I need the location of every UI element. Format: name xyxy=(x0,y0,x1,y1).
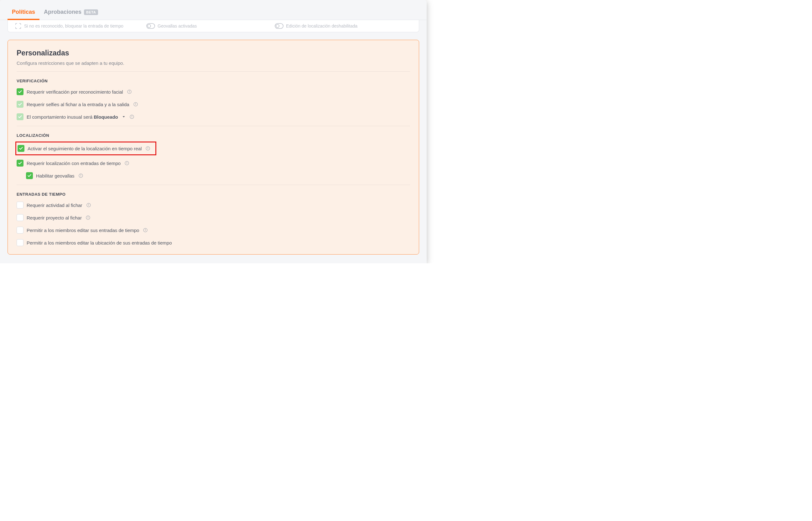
check-icon xyxy=(18,115,22,119)
option-selfies-label: Requerir selfies al fichar a la entrada … xyxy=(27,102,129,107)
panel-subtitle: Configura restricciones que se adapten a… xyxy=(17,61,410,66)
check-icon xyxy=(18,90,22,94)
svg-point-9 xyxy=(135,103,136,104)
summary-item-geofence: Geovallas activadas xyxy=(146,23,275,29)
svg-point-18 xyxy=(127,162,127,162)
info-icon[interactable] xyxy=(133,102,138,107)
summary-item-recognition: Si no es reconocido, bloquear la entrada… xyxy=(15,23,146,29)
checkbox-require-location[interactable] xyxy=(17,160,23,166)
divider xyxy=(17,126,410,126)
summary-card: Si no es reconocido, bloquear la entrada… xyxy=(7,20,419,32)
section-location-label: LOCALIZACIÓN xyxy=(17,133,410,138)
option-require-project-label: Requerir proyecto al fichar xyxy=(27,215,82,221)
checkbox-edit-entries[interactable] xyxy=(17,227,23,233)
page-bottom-padding xyxy=(0,254,427,263)
option-edit-entries-label: Permitir a los miembros editar sus entra… xyxy=(27,228,139,233)
check-icon xyxy=(18,102,22,107)
checkbox-realtime-tracking[interactable] xyxy=(18,145,24,152)
behavior-text-bold: Bloqueado xyxy=(94,114,118,120)
divider xyxy=(17,71,410,72)
section-time-entries-label: ENTRADAS DE TIEMPO xyxy=(17,192,410,197)
toggle-off-icon xyxy=(146,23,155,29)
face-id-icon xyxy=(15,23,22,29)
summary-item-geofence-label: Geovallas activadas xyxy=(158,23,197,28)
tab-policies-label: Políticas xyxy=(12,9,35,15)
svg-point-15 xyxy=(148,148,148,148)
option-require-location: Requerir localización con entradas de ti… xyxy=(17,160,410,166)
option-edit-location: Permitir a los miembros editar la ubicac… xyxy=(17,239,410,246)
option-realtime-tracking-label: Activar el seguimiento de la localizació… xyxy=(27,146,141,151)
checkbox-face-verification[interactable] xyxy=(17,88,23,95)
option-edit-entries: Permitir a los miembros editar sus entra… xyxy=(17,227,410,233)
divider xyxy=(17,185,410,185)
option-face-verification-label: Requerir verificación por reconocimiento… xyxy=(27,89,123,94)
option-edit-location-label: Permitir a los miembros editar la ubicac… xyxy=(27,240,172,246)
info-icon[interactable] xyxy=(145,146,150,151)
svg-point-12 xyxy=(132,116,132,116)
checkbox-edit-location[interactable] xyxy=(17,239,23,246)
info-icon[interactable] xyxy=(127,89,132,94)
tab-bar: Políticas Aprobaciones BETA xyxy=(0,0,427,20)
beta-badge: BETA xyxy=(84,9,98,15)
option-require-activity: Requerir actividad al fichar xyxy=(17,202,410,208)
check-icon xyxy=(19,146,23,151)
info-icon[interactable] xyxy=(124,161,129,166)
option-face-verification: Requerir verificación por reconocimiento… xyxy=(17,88,410,95)
svg-point-1 xyxy=(148,24,151,27)
option-selfies: Requerir selfies al fichar a la entrada … xyxy=(17,101,410,108)
tab-approvals[interactable]: Aprobaciones BETA xyxy=(40,0,103,20)
custom-panel: Personalizadas Configura restricciones q… xyxy=(7,40,419,254)
tab-approvals-label: Aprobaciones xyxy=(44,9,82,15)
highlight-realtime-tracking: Activar el seguimiento de la localizació… xyxy=(15,141,156,155)
check-icon xyxy=(18,161,22,165)
svg-point-30 xyxy=(145,229,146,229)
panel-title: Personalizadas xyxy=(17,49,410,57)
behavior-text-pre: El comportamiento inusual será xyxy=(27,114,94,120)
svg-point-3 xyxy=(276,24,279,27)
tab-policies[interactable]: Políticas xyxy=(7,0,40,20)
settings-page: Políticas Aprobaciones BETA Si no es rec… xyxy=(0,0,427,263)
info-icon[interactable] xyxy=(86,203,91,208)
checkbox-require-project[interactable] xyxy=(17,214,23,221)
summary-item-location-edit: Edición de localización deshabilitada xyxy=(275,23,357,29)
option-require-project: Requerir proyecto al fichar xyxy=(17,214,410,221)
option-unusual-behavior-label: El comportamiento inusual será Bloqueado xyxy=(27,114,118,120)
caret-down-icon[interactable] xyxy=(122,115,126,119)
summary-item-location-edit-label: Edición de localización deshabilitada xyxy=(286,23,357,28)
svg-point-24 xyxy=(88,204,89,204)
summary-row: Si no es reconocido, bloquear la entrada… xyxy=(15,23,412,29)
checkbox-selfies[interactable] xyxy=(17,101,23,108)
option-unusual-behavior: El comportamiento inusual será Bloqueado xyxy=(17,113,410,120)
checkbox-require-activity[interactable] xyxy=(17,202,23,208)
checkbox-unusual-behavior[interactable] xyxy=(17,113,23,120)
option-realtime-tracking: Activar el seguimiento de la localizació… xyxy=(18,145,150,152)
svg-point-27 xyxy=(88,217,88,217)
toggle-off-icon xyxy=(275,23,284,29)
option-enable-geofence: Habilitar geovallas xyxy=(26,172,410,179)
checkbox-enable-geofence[interactable] xyxy=(26,172,33,179)
option-enable-geofence-label: Habilitar geovallas xyxy=(36,173,74,179)
summary-item-recognition-label: Si no es reconocido, bloquear la entrada… xyxy=(24,23,124,28)
svg-point-6 xyxy=(129,91,129,91)
svg-point-21 xyxy=(81,175,81,175)
info-icon[interactable] xyxy=(78,173,83,178)
info-icon[interactable] xyxy=(129,114,134,119)
check-icon xyxy=(27,174,31,178)
option-require-activity-label: Requerir actividad al fichar xyxy=(27,203,82,208)
option-require-location-label: Requerir localización con entradas de ti… xyxy=(27,161,120,166)
info-icon[interactable] xyxy=(143,228,148,233)
info-icon[interactable] xyxy=(86,215,90,220)
section-verification-label: VERIFICACIÓN xyxy=(17,78,410,83)
